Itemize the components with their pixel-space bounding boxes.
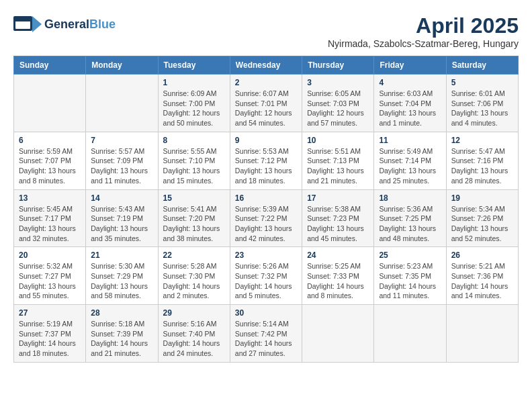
day-number: 6 xyxy=(19,136,81,145)
header-sunday: Sunday xyxy=(14,56,86,75)
day-cell: 11Sunrise: 5:49 AMSunset: 7:14 PMDayligh… xyxy=(374,132,446,189)
day-number: 5 xyxy=(451,78,513,87)
calendar-body: 1Sunrise: 6:09 AMSunset: 7:00 PMDaylight… xyxy=(14,75,519,363)
day-cell xyxy=(302,305,374,363)
day-cell: 5Sunrise: 6:01 AMSunset: 7:06 PMDaylight… xyxy=(446,75,518,132)
week-row-3: 13Sunrise: 5:45 AMSunset: 7:17 PMDayligh… xyxy=(14,189,519,247)
day-detail: Sunrise: 5:26 AMSunset: 7:32 PMDaylight:… xyxy=(235,261,297,301)
day-cell xyxy=(86,75,158,132)
day-number: 28 xyxy=(91,308,152,318)
calendar-table: Sunday Monday Tuesday Wednesday Thursday… xyxy=(13,56,519,363)
header-monday: Monday xyxy=(86,56,158,75)
svg-marker-1 xyxy=(32,16,42,32)
day-cell: 22Sunrise: 5:28 AMSunset: 7:30 PMDayligh… xyxy=(158,247,230,305)
day-number: 27 xyxy=(19,308,81,318)
day-number: 8 xyxy=(163,136,225,145)
day-cell: 1Sunrise: 6:09 AMSunset: 7:00 PMDaylight… xyxy=(158,75,230,132)
day-number: 14 xyxy=(91,193,152,203)
week-row-2: 6Sunrise: 5:59 AMSunset: 7:07 PMDaylight… xyxy=(14,132,519,189)
day-cell: 7Sunrise: 5:57 AMSunset: 7:09 PMDaylight… xyxy=(86,132,158,189)
day-cell: 14Sunrise: 5:43 AMSunset: 7:19 PMDayligh… xyxy=(86,189,158,247)
logo: General Blue xyxy=(13,13,116,35)
day-number: 2 xyxy=(235,78,297,87)
day-cell: 16Sunrise: 5:39 AMSunset: 7:22 PMDayligh… xyxy=(230,189,302,247)
day-number: 30 xyxy=(235,308,297,318)
day-detail: Sunrise: 5:19 AMSunset: 7:37 PMDaylight:… xyxy=(19,319,81,359)
day-cell: 19Sunrise: 5:34 AMSunset: 7:26 PMDayligh… xyxy=(446,189,518,247)
day-detail: Sunrise: 5:53 AMSunset: 7:12 PMDaylight:… xyxy=(235,146,297,186)
logo-icon xyxy=(13,13,42,35)
day-number: 17 xyxy=(307,193,369,203)
day-cell: 28Sunrise: 5:18 AMSunset: 7:39 PMDayligh… xyxy=(86,305,158,363)
day-detail: Sunrise: 5:38 AMSunset: 7:23 PMDaylight:… xyxy=(307,204,369,244)
day-number: 18 xyxy=(379,193,441,203)
day-detail: Sunrise: 5:43 AMSunset: 7:19 PMDaylight:… xyxy=(91,204,152,244)
day-detail: Sunrise: 5:57 AMSunset: 7:09 PMDaylight:… xyxy=(91,146,152,186)
day-cell: 18Sunrise: 5:36 AMSunset: 7:25 PMDayligh… xyxy=(374,189,446,247)
day-number: 1 xyxy=(163,78,225,87)
day-number: 4 xyxy=(379,78,441,87)
day-cell: 20Sunrise: 5:32 AMSunset: 7:27 PMDayligh… xyxy=(14,247,86,305)
day-cell xyxy=(14,75,86,132)
calendar-header: Sunday Monday Tuesday Wednesday Thursday… xyxy=(14,56,519,75)
header-friday: Friday xyxy=(374,56,446,75)
day-detail: Sunrise: 5:59 AMSunset: 7:07 PMDaylight:… xyxy=(19,146,81,186)
day-detail: Sunrise: 5:39 AMSunset: 7:22 PMDaylight:… xyxy=(235,204,297,244)
day-cell: 24Sunrise: 5:25 AMSunset: 7:33 PMDayligh… xyxy=(302,247,374,305)
day-detail: Sunrise: 5:47 AMSunset: 7:16 PMDaylight:… xyxy=(451,146,513,186)
logo-general: General xyxy=(44,17,89,32)
day-number: 26 xyxy=(451,250,513,260)
day-detail: Sunrise: 6:03 AMSunset: 7:04 PMDaylight:… xyxy=(379,89,441,128)
day-number: 19 xyxy=(451,193,513,203)
logo-blue: Blue xyxy=(89,17,116,32)
day-detail: Sunrise: 5:14 AMSunset: 7:42 PMDaylight:… xyxy=(235,319,297,359)
day-cell: 17Sunrise: 5:38 AMSunset: 7:23 PMDayligh… xyxy=(302,189,374,247)
day-number: 15 xyxy=(163,193,225,203)
day-detail: Sunrise: 6:01 AMSunset: 7:06 PMDaylight:… xyxy=(451,89,513,128)
header: General Blue April 2025 Nyirmada, Szabol… xyxy=(13,13,519,49)
day-cell: 30Sunrise: 5:14 AMSunset: 7:42 PMDayligh… xyxy=(230,305,302,363)
day-number: 23 xyxy=(235,250,297,260)
header-tuesday: Tuesday xyxy=(158,56,230,75)
week-row-4: 20Sunrise: 5:32 AMSunset: 7:27 PMDayligh… xyxy=(14,247,519,305)
day-cell: 23Sunrise: 5:26 AMSunset: 7:32 PMDayligh… xyxy=(230,247,302,305)
day-number: 29 xyxy=(163,308,225,318)
day-detail: Sunrise: 6:07 AMSunset: 7:01 PMDaylight:… xyxy=(235,89,297,128)
day-number: 22 xyxy=(163,250,225,260)
day-detail: Sunrise: 5:23 AMSunset: 7:35 PMDaylight:… xyxy=(379,261,441,301)
day-number: 7 xyxy=(91,136,152,145)
day-cell: 27Sunrise: 5:19 AMSunset: 7:37 PMDayligh… xyxy=(14,305,86,363)
week-row-1: 1Sunrise: 6:09 AMSunset: 7:00 PMDaylight… xyxy=(14,75,519,132)
day-cell: 9Sunrise: 5:53 AMSunset: 7:12 PMDaylight… xyxy=(230,132,302,189)
day-detail: Sunrise: 5:51 AMSunset: 7:13 PMDaylight:… xyxy=(307,146,369,186)
day-number: 3 xyxy=(307,78,369,87)
day-number: 12 xyxy=(451,136,513,145)
header-wednesday: Wednesday xyxy=(230,56,302,75)
day-cell: 26Sunrise: 5:21 AMSunset: 7:36 PMDayligh… xyxy=(446,247,518,305)
day-cell: 13Sunrise: 5:45 AMSunset: 7:17 PMDayligh… xyxy=(14,189,86,247)
day-number: 20 xyxy=(19,250,81,260)
day-cell: 12Sunrise: 5:47 AMSunset: 7:16 PMDayligh… xyxy=(446,132,518,189)
day-cell: 10Sunrise: 5:51 AMSunset: 7:13 PMDayligh… xyxy=(302,132,374,189)
day-cell: 3Sunrise: 6:05 AMSunset: 7:03 PMDaylight… xyxy=(302,75,374,132)
day-cell: 2Sunrise: 6:07 AMSunset: 7:01 PMDaylight… xyxy=(230,75,302,132)
day-detail: Sunrise: 5:41 AMSunset: 7:20 PMDaylight:… xyxy=(163,204,225,244)
day-cell: 21Sunrise: 5:30 AMSunset: 7:29 PMDayligh… xyxy=(86,247,158,305)
header-row: Sunday Monday Tuesday Wednesday Thursday… xyxy=(14,56,519,75)
title-area: April 2025 Nyirmada, Szabolcs-Szatmar-Be… xyxy=(328,13,519,49)
header-saturday: Saturday xyxy=(446,56,518,75)
day-detail: Sunrise: 5:28 AMSunset: 7:30 PMDaylight:… xyxy=(163,261,225,301)
day-detail: Sunrise: 5:36 AMSunset: 7:25 PMDaylight:… xyxy=(379,204,441,244)
day-number: 24 xyxy=(307,250,369,260)
day-number: 9 xyxy=(235,136,297,145)
day-number: 11 xyxy=(379,136,441,145)
svg-rect-3 xyxy=(15,18,30,21)
day-cell xyxy=(446,305,518,363)
day-number: 13 xyxy=(19,193,81,203)
day-number: 21 xyxy=(91,250,152,260)
week-row-5: 27Sunrise: 5:19 AMSunset: 7:37 PMDayligh… xyxy=(14,305,519,363)
day-detail: Sunrise: 5:55 AMSunset: 7:10 PMDaylight:… xyxy=(163,146,225,186)
day-cell xyxy=(374,305,446,363)
day-detail: Sunrise: 6:09 AMSunset: 7:00 PMDaylight:… xyxy=(163,89,225,128)
day-cell: 29Sunrise: 5:16 AMSunset: 7:40 PMDayligh… xyxy=(158,305,230,363)
